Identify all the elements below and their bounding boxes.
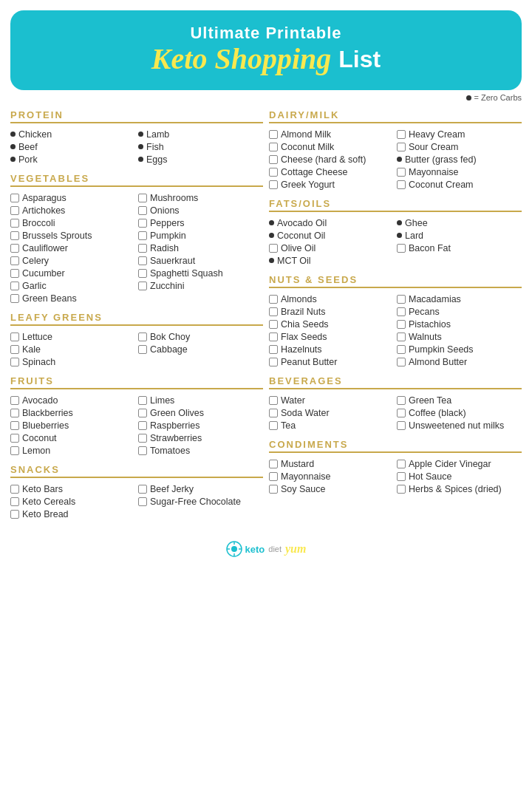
checkbox-icon[interactable] — [138, 231, 147, 240]
checkbox-icon[interactable] — [138, 485, 147, 494]
list-item[interactable]: Macadamias — [397, 293, 522, 305]
checkbox-icon[interactable] — [138, 396, 147, 405]
checkbox-icon[interactable] — [10, 282, 19, 290]
list-item[interactable]: Pistachios — [397, 318, 522, 330]
checkbox-icon[interactable] — [10, 497, 19, 506]
list-item[interactable]: Coconut Oil — [269, 229, 394, 242]
list-item[interactable]: Brussels Sprouts — [10, 229, 135, 242]
checkbox-icon[interactable] — [397, 168, 406, 177]
list-item[interactable]: Lettuce — [10, 330, 135, 343]
list-item[interactable]: Coconut — [10, 432, 135, 444]
checkbox-icon[interactable] — [397, 320, 406, 329]
list-item[interactable]: Spinach — [10, 355, 135, 368]
list-item[interactable]: MCT Oil — [269, 254, 394, 267]
checkbox-icon[interactable] — [397, 180, 406, 189]
checkbox-icon[interactable] — [138, 269, 147, 278]
checkbox-icon[interactable] — [397, 345, 406, 354]
checkbox-icon[interactable] — [397, 409, 406, 417]
list-item[interactable]: Tea — [269, 419, 394, 432]
checkbox-icon[interactable] — [138, 421, 147, 430]
checkbox-icon[interactable] — [10, 421, 19, 430]
checkbox-icon[interactable] — [10, 510, 19, 519]
checkbox-icon[interactable] — [10, 434, 19, 443]
checkbox-icon[interactable] — [397, 244, 406, 253]
checkbox-icon[interactable] — [269, 409, 278, 417]
checkbox-icon[interactable] — [397, 396, 406, 405]
list-item[interactable]: Cucumber — [10, 267, 135, 279]
list-item[interactable]: Peanut Butter — [269, 355, 394, 368]
list-item[interactable]: Keto Bread — [10, 508, 135, 520]
list-item[interactable]: Cheese (hard & soft) — [269, 153, 394, 166]
checkbox-icon[interactable] — [269, 320, 278, 329]
list-item[interactable]: Ghee — [397, 216, 522, 229]
checkbox-icon[interactable] — [138, 282, 147, 290]
checkbox-icon[interactable] — [269, 130, 278, 139]
list-item[interactable]: Brazil Nuts — [269, 305, 394, 318]
list-item[interactable]: Soy Sauce — [269, 482, 394, 495]
list-item[interactable]: Coconut Milk — [269, 140, 394, 153]
checkbox-icon[interactable] — [10, 358, 19, 366]
list-item[interactable]: Artichokes — [10, 204, 135, 216]
checkbox-icon[interactable] — [269, 460, 278, 468]
list-item[interactable]: Lamb — [138, 128, 263, 140]
list-item[interactable]: Strawberries — [138, 432, 263, 444]
list-item[interactable]: Keto Cereals — [10, 495, 135, 508]
list-item[interactable]: Green Beans — [10, 292, 135, 304]
list-item[interactable]: Water — [269, 394, 394, 406]
list-item[interactable]: Coconut Cream — [397, 178, 522, 191]
list-item[interactable]: Fish — [138, 140, 263, 153]
list-item[interactable]: Keto Bars — [10, 482, 135, 495]
list-item[interactable]: Zucchini — [138, 279, 263, 292]
checkbox-icon[interactable] — [269, 244, 278, 253]
list-item[interactable]: Lemon — [10, 444, 135, 457]
checkbox-icon[interactable] — [10, 206, 19, 215]
list-item[interactable]: Hazelnuts — [269, 343, 394, 355]
list-item[interactable]: Almonds — [269, 293, 394, 305]
list-item[interactable]: Chia Seeds — [269, 318, 394, 330]
list-item[interactable]: Limes — [138, 394, 263, 406]
list-item[interactable]: Bok Choy — [138, 330, 263, 343]
checkbox-icon[interactable] — [138, 244, 147, 253]
list-item[interactable]: Chicken — [10, 128, 135, 140]
checkbox-icon[interactable] — [269, 155, 278, 164]
checkbox-icon[interactable] — [397, 421, 406, 430]
list-item[interactable]: Sauerkraut — [138, 254, 263, 267]
checkbox-icon[interactable] — [269, 472, 278, 481]
list-item[interactable]: Cauliflower — [10, 242, 135, 254]
list-item[interactable]: Cabbage — [138, 343, 263, 355]
checkbox-icon[interactable] — [397, 358, 406, 366]
list-item[interactable]: Blueberries — [10, 419, 135, 432]
list-item[interactable]: Tomatoes — [138, 444, 263, 457]
list-item[interactable]: Apple Cider Vinegar — [397, 457, 522, 470]
list-item[interactable]: Radish — [138, 242, 263, 254]
checkbox-icon[interactable] — [10, 409, 19, 417]
list-item[interactable]: Walnuts — [397, 330, 522, 343]
checkbox-icon[interactable] — [269, 485, 278, 494]
list-item[interactable]: Broccoli — [10, 216, 135, 229]
checkbox-icon[interactable] — [269, 396, 278, 405]
checkbox-icon[interactable] — [10, 294, 19, 303]
checkbox-icon[interactable] — [269, 421, 278, 430]
checkbox-icon[interactable] — [269, 168, 278, 177]
checkbox-icon[interactable] — [138, 219, 147, 228]
list-item[interactable]: Almond Butter — [397, 355, 522, 368]
list-item[interactable]: Pumpkin Seeds — [397, 343, 522, 355]
list-item[interactable]: Almond Milk — [269, 128, 394, 140]
list-item[interactable]: Coffee (black) — [397, 406, 522, 419]
list-item[interactable]: Greek Yogurt — [269, 178, 394, 191]
checkbox-icon[interactable] — [269, 358, 278, 366]
checkbox-icon[interactable] — [138, 206, 147, 215]
checkbox-icon[interactable] — [397, 307, 406, 316]
checkbox-icon[interactable] — [138, 497, 147, 506]
list-item[interactable]: Avocado Oil — [269, 216, 394, 229]
checkbox-icon[interactable] — [138, 194, 147, 202]
list-item[interactable]: Hot Sauce — [397, 470, 522, 482]
list-item[interactable]: Bacon Fat — [397, 242, 522, 254]
list-item[interactable]: Avocado — [10, 394, 135, 406]
list-item[interactable]: Pork — [10, 153, 135, 166]
list-item[interactable]: Flax Seeds — [269, 330, 394, 343]
list-item[interactable]: Blackberries — [10, 406, 135, 419]
checkbox-icon[interactable] — [10, 446, 19, 455]
checkbox-icon[interactable] — [10, 396, 19, 405]
checkbox-icon[interactable] — [138, 446, 147, 455]
